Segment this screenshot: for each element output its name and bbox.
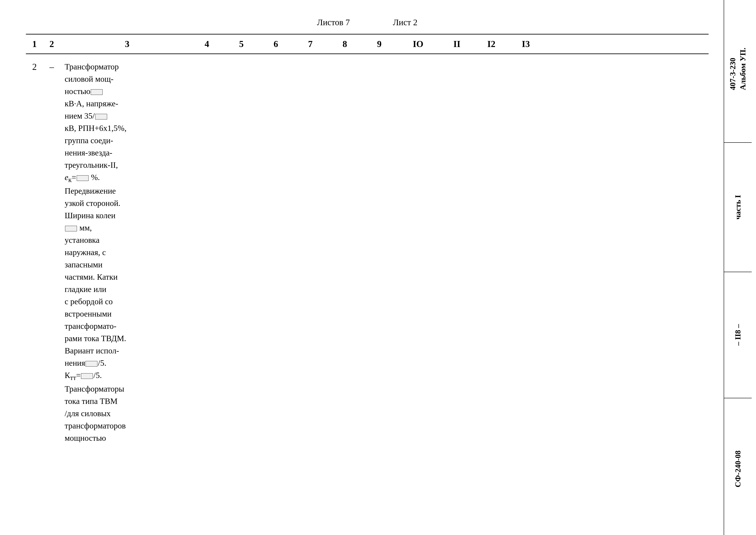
col-header-8: 8 — [328, 39, 362, 49]
col-header-10: IO — [396, 39, 440, 49]
page: Листов 7 Лист 2 1 2 3 4 5 6 7 8 9 IO II … — [0, 0, 756, 535]
sidebar-label-part: часть I — [733, 195, 743, 219]
sidebar-label-bottom: СФ-240-08 — [733, 450, 743, 487]
col-header-2: 2 — [43, 39, 60, 49]
row-number: 2 — [26, 61, 43, 444]
sidebar-label-top: 407-3-230Альбом УП. — [728, 48, 748, 90]
col-header-11: II — [440, 39, 474, 49]
sheet-label: Лист 2 — [393, 17, 418, 27]
box-ek[interactable] — [77, 175, 89, 181]
col-header-4: 4 — [190, 39, 224, 49]
sidebar-divider-2 — [724, 272, 752, 272]
col-header-7: 7 — [293, 39, 328, 49]
sheets-label: Листов 7 — [317, 17, 350, 27]
box-variant[interactable] — [86, 361, 97, 367]
col-header-1: 1 — [26, 39, 43, 49]
row-content: Трансформатор силовой мощ- ностью кВ·А, … — [60, 61, 190, 444]
col-header-5: 5 — [224, 39, 258, 49]
col-header-9: 9 — [362, 39, 396, 49]
sidebar-divider-3 — [724, 398, 752, 398]
box-width[interactable] — [65, 226, 77, 231]
box-power[interactable] — [91, 89, 103, 95]
sidebar-label-page: – II8 – — [733, 324, 743, 346]
column-headers: 1 2 3 4 5 6 7 8 9 IO II I2 I3 — [26, 35, 709, 54]
box-ktt[interactable] — [81, 373, 93, 379]
box-voltage[interactable] — [95, 114, 107, 120]
col-header-12: I2 — [474, 39, 509, 49]
col-header-6: 6 — [258, 39, 293, 49]
row-dash: – — [43, 61, 60, 444]
header-info: Листов 7 Лист 2 — [26, 17, 735, 27]
right-sidebar: 407-3-230Альбом УП. часть I – II8 – СФ-2… — [724, 0, 752, 535]
col-header-3: 3 — [60, 39, 190, 49]
content-area: 2 – Трансформатор силовой мощ- ностью кВ… — [26, 54, 709, 444]
text-transformer: Трансформатор силовой мощ- ностью кВ·А, … — [65, 62, 126, 442]
col-header-13: I3 — [509, 39, 543, 49]
sidebar-divider-1 — [724, 142, 752, 143]
